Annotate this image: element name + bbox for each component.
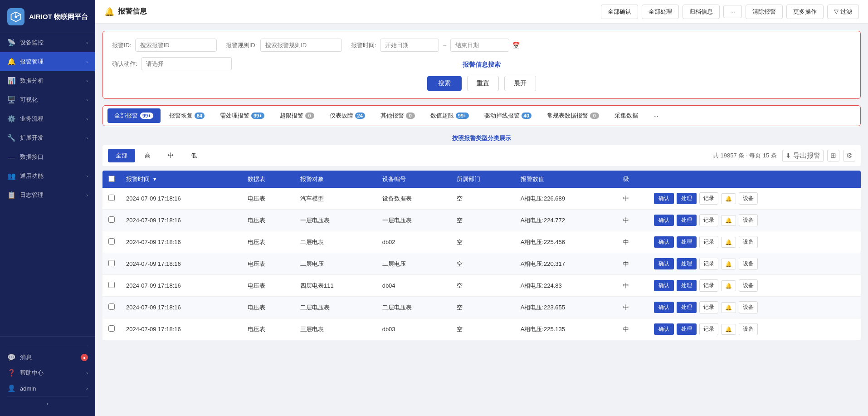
sub-tab-all[interactable]: 全部: [108, 149, 135, 162]
tab-collect[interactable]: 采集数据: [608, 108, 645, 123]
bell-button[interactable]: 🔔: [721, 324, 736, 335]
process-button[interactable]: 处理: [677, 193, 697, 204]
search-button[interactable]: 搜索: [427, 76, 462, 91]
table-settings-button[interactable]: ⚙: [843, 150, 855, 162]
sidebar-item-alarm[interactable]: 🔔 报警管理 ›: [0, 52, 95, 71]
process-all-button[interactable]: 全部处理: [642, 5, 679, 19]
tab-other[interactable]: 其他报警 0: [374, 108, 422, 123]
device-button[interactable]: 设备: [739, 214, 758, 226]
sidebar-item-help[interactable]: ❓ 帮助中心 ›: [7, 365, 88, 381]
tab-pending[interactable]: 需处理报警 99+: [213, 108, 271, 123]
sidebar-item-label: 报警管理: [20, 58, 44, 66]
process-button[interactable]: 处理: [677, 215, 697, 226]
record-button[interactable]: 记录: [699, 323, 718, 335]
export-button[interactable]: ⬇ 导出报警: [782, 150, 824, 162]
more-ops-button[interactable]: 更多操作: [786, 5, 824, 19]
process-button[interactable]: 处理: [677, 302, 697, 313]
bell-button[interactable]: 🔔: [721, 280, 736, 291]
sidebar-item-admin[interactable]: 👤 admin ›: [7, 381, 88, 396]
device-button[interactable]: 设备: [739, 236, 758, 248]
confirm-action-input[interactable]: [141, 57, 232, 70]
process-button[interactable]: 处理: [677, 323, 697, 335]
sidebar-item-label: 日志管理: [20, 191, 44, 199]
cell-checkbox: [102, 210, 121, 231]
tab-recovery[interactable]: 报警恢复 64: [162, 108, 211, 123]
tab-overlimit[interactable]: 超限报警 0: [273, 108, 321, 123]
sub-tab-medium[interactable]: 中: [160, 149, 181, 162]
sidebar-nav: 📡 设备监控 › 🔔 报警管理 › 📊 数据分析 › 🖥️ 可视化 ›: [0, 33, 95, 336]
record-button[interactable]: 记录: [699, 301, 718, 313]
reset-button[interactable]: 重置: [467, 76, 499, 91]
sidebar-item-dataif[interactable]: — 数据接口: [0, 147, 95, 166]
expand-button[interactable]: 展开: [504, 76, 536, 91]
archive-more-button[interactable]: ···: [723, 5, 742, 18]
confirm-button[interactable]: 确认: [654, 280, 674, 291]
row-checkbox[interactable]: [108, 303, 115, 310]
bell-button[interactable]: 🔔: [721, 302, 736, 313]
sidebar-item-log[interactable]: 📋 日志管理 ›: [0, 186, 95, 205]
tab-numover[interactable]: 数值超限 99+: [424, 108, 476, 123]
confirm-button[interactable]: 确认: [654, 236, 674, 248]
sidebar-item-label: 可视化: [20, 96, 38, 104]
cell-checkbox: [102, 318, 121, 340]
row-checkbox[interactable]: [108, 216, 115, 223]
sub-tab-low[interactable]: 低: [183, 149, 205, 162]
cell-actions: 确认 处理 记录 🔔 设备: [649, 275, 861, 297]
record-button[interactable]: 记录: [699, 192, 718, 205]
process-button[interactable]: 处理: [677, 258, 697, 269]
row-checkbox[interactable]: [108, 282, 115, 288]
row-checkbox[interactable]: [108, 238, 115, 245]
confirm-button[interactable]: 确认: [654, 215, 674, 226]
device-button[interactable]: 设备: [739, 279, 758, 292]
tab-normal[interactable]: 常规表数据报警 0: [540, 108, 606, 123]
alarm-id-input[interactable]: [135, 39, 217, 52]
sidebar-item-extend[interactable]: 🔧 扩展开发 ›: [0, 128, 95, 147]
row-checkbox[interactable]: [108, 195, 115, 201]
cell-department: 空: [451, 188, 515, 210]
device-button[interactable]: 设备: [739, 301, 758, 313]
process-button[interactable]: 处理: [677, 236, 697, 248]
device-button[interactable]: 设备: [739, 192, 758, 205]
bell-button[interactable]: 🔔: [721, 259, 736, 269]
cell-department: 空: [451, 318, 515, 340]
tab-more[interactable]: ···: [647, 109, 665, 122]
tab-all-alarms[interactable]: 全部报警 99+: [107, 108, 161, 123]
sidebar-item-workflow[interactable]: ⚙️ 业务流程 ›: [0, 109, 95, 128]
device-button[interactable]: 设备: [739, 258, 758, 270]
process-button[interactable]: 处理: [677, 280, 697, 291]
select-all-checkbox[interactable]: [108, 176, 115, 182]
sidebar-item-message[interactable]: 💬 消息 ●: [7, 350, 88, 365]
rule-id-input[interactable]: [260, 39, 342, 52]
bell-button[interactable]: 🔔: [721, 215, 736, 226]
confirm-all-button[interactable]: 全部确认: [601, 5, 638, 19]
record-button[interactable]: 记录: [699, 258, 718, 270]
clear-alarm-button[interactable]: 清除报警: [746, 5, 783, 19]
archive-button[interactable]: 归档信息: [683, 5, 720, 19]
sub-tab-high[interactable]: 高: [137, 149, 158, 162]
bell-button[interactable]: 🔔: [721, 237, 736, 248]
filter-button[interactable]: ▽ 过滤: [827, 5, 859, 19]
start-date-input[interactable]: [380, 39, 439, 52]
confirm-button[interactable]: 确认: [654, 302, 674, 313]
sidebar-item-device[interactable]: 📡 设备监控 ›: [0, 33, 95, 52]
column-settings-button[interactable]: ⊞: [827, 150, 839, 162]
confirm-button[interactable]: 确认: [654, 258, 674, 269]
end-date-input[interactable]: [450, 39, 509, 52]
collapse-sidebar-button[interactable]: ‹: [7, 396, 88, 411]
cell-datatable: 电压表: [242, 318, 295, 340]
sidebar-item-general[interactable]: 👥 通用功能 ›: [0, 166, 95, 186]
confirm-button[interactable]: 确认: [654, 193, 674, 204]
record-button[interactable]: 记录: [699, 279, 718, 292]
sidebar-item-visual[interactable]: 🖥️ 可视化 ›: [0, 90, 95, 109]
row-checkbox[interactable]: [108, 260, 115, 266]
cell-device-code: db03: [377, 318, 452, 340]
record-button[interactable]: 记录: [699, 214, 718, 226]
record-button[interactable]: 记录: [699, 236, 718, 248]
confirm-button[interactable]: 确认: [654, 323, 674, 335]
device-button[interactable]: 设备: [739, 323, 758, 335]
sidebar-item-data[interactable]: 📊 数据分析 ›: [0, 71, 95, 90]
bell-button[interactable]: 🔔: [721, 193, 736, 204]
tab-drive[interactable]: 驱动掉线报警 40: [478, 108, 538, 123]
row-checkbox[interactable]: [108, 325, 115, 332]
tab-instrument[interactable]: 仪表故障 24: [323, 108, 372, 123]
